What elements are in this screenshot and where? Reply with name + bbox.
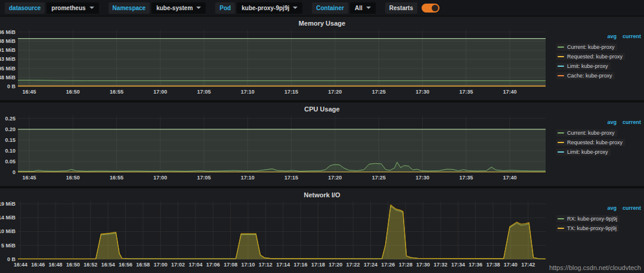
x-axis-label: 17:22	[346, 262, 360, 268]
x-axis-label: 17:00	[153, 175, 167, 181]
legend-item-label: Requested: kube-proxy	[567, 139, 623, 145]
x-axis-label: 16:55	[110, 175, 123, 181]
y-axis-label: 0.10	[5, 148, 16, 154]
x-axis-label: 17:25	[372, 175, 386, 181]
y-axis-label: 286 MiB	[0, 29, 16, 35]
memory-legend: avgcurrentCurrent: kube-proxyRequested: …	[556, 30, 642, 82]
legend-sort-links: avgcurrent	[556, 201, 642, 212]
y-axis-label: 191 MiB	[0, 47, 16, 53]
legend-item[interactable]: Current: kube-proxy	[556, 129, 617, 136]
y-axis-label: 19 MiB	[0, 201, 16, 207]
legend-link-current[interactable]: current	[623, 119, 641, 125]
x-axis-label: 16:52	[83, 262, 97, 268]
x-axis-label: 17:30	[416, 89, 429, 95]
x-axis-label: 17:35	[459, 175, 473, 181]
x-axis-label: 17:05	[197, 175, 211, 181]
x-axis-label: 17:40	[503, 89, 516, 95]
legend-item[interactable]: Limit: kube-proxy	[556, 148, 611, 156]
restarts-label: Restarts	[385, 2, 417, 14]
legend-item[interactable]: Requested: kube-proxy	[556, 139, 625, 146]
x-axis-label: 16:50	[66, 175, 80, 181]
x-axis-label: 17:05	[197, 89, 211, 95]
series-color-dash-icon	[558, 228, 564, 229]
legend-item[interactable]: Limit: kube-proxy	[556, 63, 611, 70]
series-color-dash-icon	[558, 66, 564, 67]
pod-select[interactable]: kube-proxy-9pj9j	[237, 2, 302, 14]
y-axis-label: 238 MiB	[0, 38, 16, 44]
memory-usage-chart[interactable]: 0 B48 MiB95 MiB143 MiB191 MiB238 MiB286 …	[0, 26, 547, 97]
legend-item[interactable]: Cache: kube-proxy	[556, 72, 615, 79]
y-axis-label: 0.20	[5, 126, 16, 132]
y-axis-label: 0.25	[5, 116, 16, 122]
x-axis-label: 17:04	[188, 262, 202, 268]
x-axis-label: 16:45	[23, 89, 36, 95]
legend-link-avg[interactable]: avg	[607, 33, 617, 39]
x-axis-label: 17:14	[276, 262, 290, 268]
cpu-usage-chart[interactable]: 00.050.100.150.200.2516:4516:5016:5517:0…	[0, 112, 547, 182]
y-axis-label: 95 MiB	[0, 66, 16, 72]
x-axis-label: 17:34	[451, 262, 465, 268]
series-color-dash-icon	[558, 142, 564, 143]
x-axis-label: 16:45	[23, 175, 36, 181]
legend-item[interactable]: RX: kube-proxy-9pj9j	[556, 215, 620, 222]
x-axis-label: 17:40	[504, 262, 518, 268]
legend-item[interactable]: Current: kube-proxy	[556, 44, 617, 51]
legend-item-label: Limit: kube-proxy	[567, 63, 608, 69]
legend-link-current[interactable]: current	[623, 205, 641, 211]
x-axis-label: 17:30	[416, 175, 429, 181]
x-axis-label: 17:42	[521, 262, 535, 268]
legend-sort-links: avgcurrent	[556, 30, 642, 41]
x-axis-label: 17:36	[469, 262, 482, 268]
x-axis-label: 17:25	[372, 89, 386, 95]
toggle-knob	[432, 5, 438, 11]
legend-item-label: Current: kube-proxy	[567, 44, 615, 50]
chevron-down-icon	[293, 7, 298, 9]
legend-link-avg[interactable]: avg	[607, 119, 617, 125]
x-axis-label: 16:48	[49, 262, 63, 268]
x-axis-label: 17:20	[328, 89, 342, 95]
legend-item-label: RX: kube-proxy-9pj9j	[567, 216, 617, 222]
datasource-select[interactable]: prometheus	[47, 2, 98, 14]
x-axis-label: 16:46	[31, 262, 45, 268]
legend-item-label: Current: kube-proxy	[567, 130, 615, 136]
x-axis-label: 17:26	[381, 262, 395, 268]
y-axis-label: 10 MiB	[0, 228, 16, 234]
legend-item[interactable]: TX: kube-proxy-9pj9j	[556, 225, 619, 232]
datasource-label: datasource	[5, 2, 45, 14]
legend-link-current[interactable]: current	[623, 33, 641, 39]
cpu-legend: avgcurrentCurrent: kube-proxyRequested: …	[556, 116, 642, 158]
x-axis-label: 17:15	[284, 89, 298, 95]
x-axis-label: 17:20	[328, 175, 342, 181]
network-io-chart[interactable]: 0 B5 MiB10 MiB14 MiB19 MiB16:4416:4616:4…	[0, 198, 547, 269]
x-axis-label: 16:58	[136, 262, 150, 268]
series-color-dash-icon	[558, 75, 564, 76]
panel-memory-usage: Memory Usage 0 B48 MiB95 MiB143 MiB191 M…	[0, 17, 644, 100]
restarts-toggle[interactable]	[422, 4, 439, 13]
namespace-select[interactable]: kube-system	[151, 2, 206, 14]
series-fill	[18, 129, 546, 172]
x-axis-label: 17:40	[503, 175, 516, 181]
panel-network-io: Network I/O 0 B5 MiB10 MiB14 MiB19 MiB16…	[0, 188, 644, 273]
x-axis-label: 17:28	[399, 262, 413, 268]
legend-item[interactable]: Requested: kube-proxy	[556, 53, 625, 60]
panel-cpu-usage: CPU Usage 00.050.100.150.200.2516:4516:5…	[0, 103, 644, 186]
datasource-value: prometheus	[51, 5, 85, 11]
x-axis-label: 17:12	[259, 262, 273, 268]
y-axis-label: 48 MiB	[0, 75, 16, 80]
container-select[interactable]: All	[350, 2, 376, 14]
legend-item-label: TX: kube-proxy-9pj9j	[567, 225, 617, 231]
filter-namespace: Namespace kube-system	[109, 2, 206, 14]
dashboard-toolbar: datasource prometheus Namespace kube-sys…	[0, 0, 644, 15]
x-axis-label: 17:10	[241, 262, 255, 268]
x-axis-label: 17:00	[153, 89, 167, 95]
series-color-dash-icon	[558, 218, 564, 219]
filter-container: Container All	[312, 2, 375, 14]
container-value: All	[355, 5, 363, 11]
x-axis-label: 17:38	[486, 262, 500, 268]
x-axis-label: 17:24	[364, 262, 377, 268]
legend-item-label: Cache: kube-proxy	[567, 73, 612, 79]
x-axis-label: 17:10	[241, 89, 255, 95]
x-axis-label: 16:50	[66, 89, 80, 95]
x-axis-label: 16:54	[101, 262, 115, 268]
legend-link-avg[interactable]: avg	[607, 205, 617, 211]
